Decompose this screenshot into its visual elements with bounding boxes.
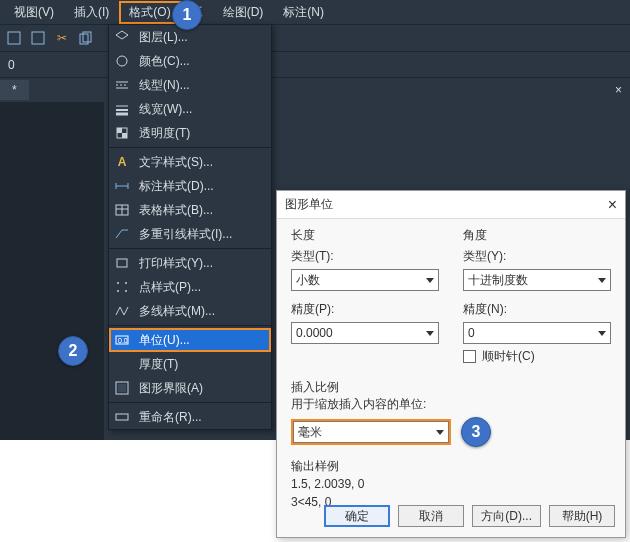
insert-units-select[interactable]: 毫米	[293, 421, 449, 443]
menu-mleaderstyle[interactable]: 多重引线样式(I)...	[109, 222, 271, 246]
menu-tablestyle[interactable]: 表格样式(B)...	[109, 198, 271, 222]
thickness-icon	[113, 355, 131, 373]
menu-item-label: 单位(U)...	[139, 332, 190, 349]
menu-item-label: 透明度(T)	[139, 125, 190, 142]
menu-item-label: 文字样式(S)...	[139, 154, 213, 171]
callout-3: 3	[461, 417, 491, 447]
menu-pointstyle[interactable]: 点样式(P)...	[109, 275, 271, 299]
length-heading: 长度	[291, 227, 439, 244]
help-button[interactable]: 帮助(H)	[549, 505, 615, 527]
checkbox-box-icon	[463, 350, 476, 363]
menu-draw[interactable]: 绘图(D)	[213, 1, 274, 24]
copy-icon[interactable]	[78, 30, 94, 46]
menu-plotstyle[interactable]: 打印样式(Y)...	[109, 251, 271, 275]
svg-rect-30	[116, 414, 128, 420]
length-precision-label: 精度(P):	[291, 301, 439, 318]
menu-item-label: 重命名(R)...	[139, 409, 202, 426]
transparency-icon	[113, 124, 131, 142]
mlinestyle-icon	[113, 302, 131, 320]
svg-marker-4	[116, 31, 128, 39]
direction-button[interactable]: 方向(D)...	[472, 505, 541, 527]
scissors-icon[interactable]: ✂	[54, 30, 70, 46]
menu-item-label: 图形界限(A)	[139, 380, 203, 397]
menu-units[interactable]: 0.0单位(U)...	[109, 328, 271, 352]
callout-2: 2	[58, 336, 88, 366]
ok-button[interactable]: 确定	[324, 505, 390, 527]
svg-rect-0	[8, 32, 20, 44]
dialog-buttons: 确定 取消 方向(D)... 帮助(H)	[277, 499, 625, 537]
length-precision-select[interactable]: 0.0000	[291, 322, 439, 344]
menu-item-label: 打印样式(Y)...	[139, 255, 213, 272]
angle-group: 角度 类型(Y): 十进制度数 精度(N): 0 顺时针(C)	[463, 227, 611, 365]
svg-rect-13	[117, 128, 122, 133]
linetype-icon	[113, 76, 131, 94]
menu-thickness[interactable]: 厚度(T)	[109, 352, 271, 376]
toolbar-icon-2[interactable]	[30, 30, 46, 46]
chevron-down-icon	[426, 278, 434, 283]
pointstyle-icon	[113, 278, 131, 296]
lineweight-icon	[113, 100, 131, 118]
svg-rect-29	[118, 384, 126, 392]
menubar: 视图(V) 插入(I) 格式(O) 工 绘图(D) 标注(N)	[0, 0, 630, 24]
tab-close-icon[interactable]: ×	[615, 83, 622, 97]
toolbar: ✂	[0, 24, 630, 52]
menu-rename[interactable]: 重命名(R)...	[109, 405, 271, 429]
svg-point-22	[117, 282, 119, 284]
menu-lineweight[interactable]: 线宽(W)...	[109, 97, 271, 121]
select-value: 小数	[296, 272, 320, 289]
svg-rect-21	[117, 259, 127, 267]
menu-item-label: 标注样式(D)...	[139, 178, 214, 195]
menu-item-label: 图层(L)...	[139, 29, 188, 46]
left-panel	[0, 102, 104, 440]
menu-separator	[109, 325, 271, 326]
angle-type-select[interactable]: 十进制度数	[463, 269, 611, 291]
below-toolbar-text: 0	[8, 58, 15, 72]
document-tab[interactable]: *	[0, 80, 29, 100]
svg-rect-14	[122, 133, 127, 138]
menu-item-label: 多线样式(M)...	[139, 303, 215, 320]
dimstyle-icon	[113, 177, 131, 195]
output-line1: 1.5, 2.0039, 0	[291, 475, 611, 493]
mleader-icon	[113, 225, 131, 243]
length-type-select[interactable]: 小数	[291, 269, 439, 291]
chevron-down-icon	[598, 278, 606, 283]
menu-separator	[109, 248, 271, 249]
clockwise-label: 顺时针(C)	[482, 348, 535, 365]
clockwise-checkbox[interactable]: 顺时针(C)	[463, 348, 611, 365]
menu-mlinestyle[interactable]: 多线样式(M)...	[109, 299, 271, 323]
rename-icon	[113, 408, 131, 426]
menu-color[interactable]: 颜色(C)...	[109, 49, 271, 73]
limits-icon	[113, 379, 131, 397]
menu-transparency[interactable]: 透明度(T)	[109, 121, 271, 145]
angle-heading: 角度	[463, 227, 611, 244]
tabstrip: * ×	[0, 78, 630, 102]
tablestyle-icon	[113, 201, 131, 219]
angle-precision-select[interactable]: 0	[463, 322, 611, 344]
toolbar-icon-1[interactable]	[6, 30, 22, 46]
menu-view[interactable]: 视图(V)	[4, 1, 64, 24]
menu-dimension[interactable]: 标注(N)	[273, 1, 334, 24]
menu-limits[interactable]: 图形界限(A)	[109, 376, 271, 400]
dialog-close-icon[interactable]: ×	[608, 196, 617, 214]
insert-scale-heading: 插入比例	[291, 379, 611, 396]
dialog-title: 图形单位	[285, 196, 333, 213]
menu-textstyle[interactable]: A文字样式(S)...	[109, 150, 271, 174]
menu-linetype[interactable]: 线型(N)...	[109, 73, 271, 97]
menu-item-label: 多重引线样式(I)...	[139, 226, 232, 243]
menu-item-label: 点样式(P)...	[139, 279, 201, 296]
select-value: 十进制度数	[468, 272, 528, 289]
svg-point-23	[125, 282, 127, 284]
chevron-down-icon	[426, 331, 434, 336]
menu-dimstyle[interactable]: 标注样式(D)...	[109, 174, 271, 198]
cancel-button[interactable]: 取消	[398, 505, 464, 527]
menu-item-label: 颜色(C)...	[139, 53, 190, 70]
units-dialog: 图形单位 × 长度 类型(T): 小数 精度(P): 0.0000 角度 类型(…	[276, 190, 626, 538]
svg-point-25	[125, 290, 127, 292]
select-value: 0.0000	[296, 326, 333, 340]
callout-1: 1	[172, 0, 202, 30]
textstyle-icon: A	[113, 153, 131, 171]
select-value: 毫米	[298, 424, 322, 441]
below-toolbar: 0	[0, 52, 630, 78]
menu-insert[interactable]: 插入(I)	[64, 1, 119, 24]
output-heading: 输出样例	[291, 457, 611, 475]
